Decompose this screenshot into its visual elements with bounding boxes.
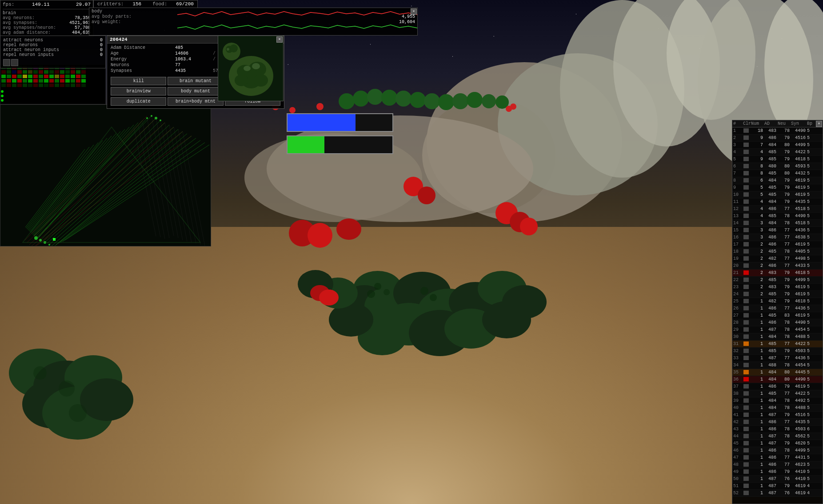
brain-body-mtnt-button[interactable]: brain+body mtnt — [168, 97, 223, 106]
leaderboard-row[interactable]: 5 9 485 79 4618 5 — [732, 156, 823, 163]
leaderboard-row[interactable]: 2 9 486 79 4516 5 — [732, 135, 823, 142]
leaderboard-row[interactable]: 7 8 485 80 4432 5 — [732, 170, 823, 177]
leaderboard-row[interactable]: 46 1 486 78 4499 5 — [732, 447, 823, 454]
brain-mutant-button[interactable]: brain mutant — [168, 77, 223, 85]
svg-rect-120 — [23, 79, 27, 83]
lb-bp: 5 — [807, 284, 817, 290]
leaderboard-row[interactable]: 11 4 484 79 4435 5 — [732, 198, 823, 206]
leaderboard-row[interactable]: 8 6 484 79 4619 5 — [732, 177, 823, 184]
leaderboard-row[interactable]: 20 2 486 77 4433 5 — [732, 262, 823, 270]
leaderboard-row[interactable]: 1 18 483 78 4490 5 — [732, 127, 823, 135]
leaderboard-row[interactable]: 51 1 487 79 4619 4 — [732, 483, 823, 490]
leaderboard-row[interactable]: 4 4 485 79 4422 5 — [732, 149, 823, 156]
lb-bp: 5 — [807, 448, 817, 453]
leaderboard-row[interactable]: 9 5 485 79 4619 5 — [732, 184, 823, 191]
leaderboard-row[interactable]: 35 1 484 80 4445 5 — [732, 369, 823, 376]
leaderboard-row[interactable]: 25 1 482 79 4618 5 — [732, 298, 823, 305]
lb-bp: 5 — [807, 142, 817, 148]
leaderboard-row[interactable]: 31 1 485 77 4422 5 — [732, 341, 823, 348]
leaderboard-row[interactable]: 32 1 485 79 4503 5 — [732, 348, 823, 355]
leaderboard-row[interactable]: 17 2 486 77 4619 5 — [732, 241, 823, 248]
leaderboard-row[interactable]: 40 1 484 78 4488 5 — [732, 405, 823, 412]
lb-syn: 4516 — [791, 135, 807, 141]
svg-point-150 — [1, 99, 4, 102]
attract-neuron-inputs-value: 0 — [100, 48, 103, 52]
leaderboard-row[interactable]: 3 7 484 80 4499 5 — [732, 142, 823, 149]
lb-color-swatch — [743, 462, 749, 467]
leaderboard-row[interactable]: 12 4 486 77 4518 5 — [732, 206, 823, 213]
leaderboard-row[interactable]: 13 4 485 78 4490 5 — [732, 213, 823, 220]
lb-bp: 5 — [807, 341, 817, 347]
lb-neu: 77 — [778, 419, 791, 425]
leaderboard-row[interactable]: 52 1 487 76 4619 4 — [732, 490, 823, 497]
grid-toggle-2[interactable] — [11, 59, 18, 66]
lb-bp: 5 — [807, 277, 817, 283]
lb-num: 1 — [751, 313, 764, 318]
leaderboard-row[interactable]: 14 3 484 78 4518 5 — [732, 220, 823, 227]
leaderboard-row[interactable]: 47 1 486 77 4431 5 — [732, 454, 823, 461]
graph-close-button[interactable]: × — [411, 8, 417, 15]
leaderboard-row[interactable]: 38 1 485 77 4422 5 — [732, 390, 823, 397]
leaderboard-row[interactable]: 26 1 486 77 4436 5 — [732, 305, 823, 312]
leaderboard-row[interactable]: 34 1 488 78 4454 5 — [732, 362, 823, 369]
lb-color-swatch — [743, 143, 749, 147]
leaderboard-row[interactable]: 48 1 486 77 4623 5 — [732, 461, 823, 468]
leaderboard-row[interactable]: 37 1 486 79 4619 5 — [732, 383, 823, 390]
lb-color-swatch — [743, 476, 749, 481]
grid-toggle-1[interactable] — [3, 59, 10, 66]
lb-ad: 487 — [764, 327, 778, 333]
duplicate-button[interactable]: duplicate — [111, 97, 166, 106]
leaderboard-row[interactable]: 39 1 484 78 4492 5 — [732, 397, 823, 405]
leaderboard-row[interactable]: 45 1 487 79 4620 5 — [732, 440, 823, 447]
leaderboard-row[interactable]: 10 5 485 79 4619 5 — [732, 191, 823, 198]
lb-bp: 5 — [807, 334, 817, 340]
body-mutant-button[interactable]: body mutant — [168, 87, 223, 95]
leaderboard-row[interactable]: 33 1 487 77 4436 5 — [732, 355, 823, 362]
leaderboard-row[interactable]: 27 1 485 83 4619 5 — [732, 312, 823, 319]
lb-neu: 83 — [778, 313, 791, 318]
lb-color-swatch — [743, 320, 749, 325]
leaderboard-row[interactable]: 16 3 486 77 4638 5 — [732, 234, 823, 241]
leaderboard-row[interactable]: 49 1 486 79 4410 5 — [732, 468, 823, 476]
lb-bp: 4 — [807, 483, 817, 489]
avg-synapses-label: avg synapses: — [3, 20, 37, 25]
leaderboard-row[interactable]: 42 1 486 77 4435 5 — [732, 419, 823, 426]
lb-rank: 47 — [733, 455, 743, 460]
lb-syn: 4638 — [791, 234, 807, 240]
svg-rect-130 — [76, 79, 80, 83]
svg-rect-113 — [71, 75, 75, 78]
brainview-button[interactable]: brainview — [111, 87, 166, 95]
leaderboard-row[interactable]: 29 1 487 78 4454 5 — [732, 326, 823, 333]
leaderboard-row[interactable]: 23 2 483 79 4619 5 — [732, 284, 823, 291]
lb-bp: 6 — [807, 426, 817, 432]
lb-color-swatch — [743, 278, 749, 282]
lb-rank: 44 — [733, 433, 743, 439]
lb-bp: 5 — [807, 377, 817, 382]
lb-syn: 4620 — [791, 441, 807, 446]
lb-ad: 487 — [764, 412, 778, 418]
lb-syn: 4410 — [791, 469, 807, 475]
kill-button[interactable]: kill — [111, 77, 166, 85]
leaderboard-row[interactable]: 41 1 487 79 4516 5 — [732, 412, 823, 419]
leaderboard-row[interactable]: 6 8 480 80 4593 5 — [732, 163, 823, 170]
leaderboard-row[interactable]: 44 1 487 78 4562 5 — [732, 433, 823, 440]
thumb-close-button[interactable]: × — [276, 36, 283, 43]
lb-color-swatch — [743, 469, 749, 474]
leaderboard-row[interactable]: 50 1 487 76 4410 5 — [732, 476, 823, 483]
leaderboard-row[interactable]: 15 3 486 77 4436 5 — [732, 227, 823, 234]
leaderboard-row[interactable]: 36 1 484 80 4490 5 — [732, 376, 823, 383]
lb-ad: 487 — [764, 476, 778, 482]
svg-point-203 — [34, 236, 38, 240]
leaderboard-close-button[interactable]: × — [816, 121, 822, 127]
leaderboard-row[interactable]: 19 2 482 77 4498 5 — [732, 255, 823, 262]
lb-color-swatch — [743, 214, 749, 218]
leaderboard-row[interactable]: 21 2 483 79 4618 5 — [732, 270, 823, 277]
lb-num: 1 — [751, 334, 764, 340]
leaderboard-row[interactable]: 28 1 486 78 4490 5 — [732, 319, 823, 326]
leaderboard-row[interactable]: 24 2 485 79 4619 5 — [732, 291, 823, 298]
leaderboard-row[interactable]: 22 2 485 79 4499 5 — [732, 277, 823, 284]
leaderboard-row[interactable]: 18 2 485 78 4405 5 — [732, 248, 823, 255]
leaderboard-row[interactable]: 30 1 484 78 4488 5 — [732, 333, 823, 341]
lb-bp: 5 — [807, 199, 817, 205]
leaderboard-row[interactable]: 43 1 486 78 4503 6 — [732, 426, 823, 433]
